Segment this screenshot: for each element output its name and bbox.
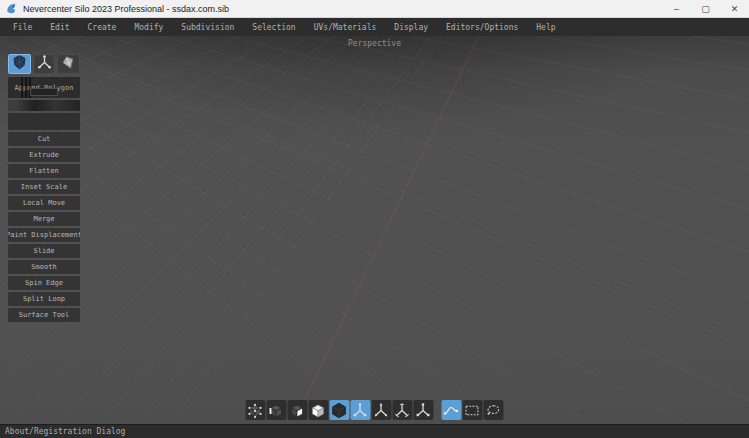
bottom-toolbar [245, 400, 504, 420]
tool-tab-row [8, 54, 80, 74]
silo-logo-icon [5, 2, 18, 15]
tool-sidebar: Append PolygonCutExtrudeFlattenInset Sca… [8, 54, 80, 324]
menu-display[interactable]: Display [385, 18, 437, 36]
tool-button-list: Append PolygonCutExtrudeFlattenInset Sca… [8, 77, 80, 322]
lasso-select-button[interactable] [483, 400, 503, 420]
menu-help[interactable]: Help [527, 18, 564, 36]
object-mode-button[interactable] [308, 400, 328, 420]
multi-mode-button[interactable] [329, 400, 349, 420]
scale-manipulator-button[interactable] [413, 400, 433, 420]
rotate-manipulator-button[interactable] [392, 400, 412, 420]
tool-button-smooth[interactable]: Smooth [8, 260, 80, 274]
status-bar: About/Registration Dialog [0, 424, 749, 438]
face-cube-icon [289, 402, 306, 419]
tool-button-cut[interactable]: Cut [8, 132, 80, 146]
shield-icon [11, 54, 28, 75]
lasso-select-icon [485, 402, 502, 419]
manipulator-tools-tab[interactable] [33, 54, 56, 74]
edge-cube-icon [268, 402, 285, 419]
axis-icon [36, 54, 53, 75]
vertex-cube-icon [247, 402, 264, 419]
tool-button-glitch-button[interactable] [8, 113, 80, 130]
tool-button-inset-scale[interactable]: Inset Scale [8, 180, 80, 194]
menu-create[interactable]: Create [79, 18, 126, 36]
tool-button-slide[interactable]: Slide [8, 244, 80, 258]
viewport-3d[interactable]: Perspective [0, 36, 749, 424]
title-bar: Nevercenter Silo 2023 Professional - ssd… [0, 0, 749, 18]
object-cube-icon [310, 402, 327, 419]
soft-selection-icon [443, 402, 460, 419]
viewport-label: Perspective [348, 39, 401, 48]
edge-mode-button[interactable] [266, 400, 286, 420]
universal-manipulator-icon [352, 402, 369, 419]
rotate-manipulator-icon [394, 402, 411, 419]
menu-modify[interactable]: Modify [125, 18, 172, 36]
tool-button-paint-displacement[interactable]: Paint Displacement [8, 228, 80, 242]
tool-button-split-loop[interactable]: Split Loop [8, 292, 80, 306]
modeling-tools-tab[interactable] [8, 54, 31, 74]
tool-button-spin-edge[interactable]: Spin Edge [8, 276, 80, 290]
window-controls: – ▢ ✕ [662, 0, 749, 17]
tool-button-extrude[interactable]: Extrude [8, 148, 80, 162]
tool-button-flatten[interactable]: Flatten [8, 164, 80, 178]
area-select-button[interactable] [462, 400, 482, 420]
close-button[interactable]: ✕ [720, 0, 749, 17]
tool-button-local-move[interactable]: Local Move [8, 196, 80, 210]
menu-editors-options[interactable]: Editors/Options [437, 18, 527, 36]
tool-button-merge[interactable]: Merge [8, 212, 80, 226]
minimize-button[interactable]: – [662, 0, 691, 17]
menu-edit[interactable]: Edit [41, 18, 78, 36]
maximize-button[interactable]: ▢ [691, 0, 720, 17]
menu-uvs-materials[interactable]: UVs/Materials [305, 18, 386, 36]
menu-bar: FileEditCreateModifySubdivisionSelection… [0, 18, 749, 36]
menu-selection[interactable]: Selection [243, 18, 304, 36]
gem-icon [60, 54, 77, 75]
move-manipulator-button[interactable] [371, 400, 391, 420]
menu-subdivision[interactable]: Subdivision [172, 18, 243, 36]
area-select-icon [464, 402, 481, 419]
scale-manipulator-icon [415, 402, 432, 419]
perspective-grid [0, 36, 749, 424]
status-text: About/Registration Dialog [5, 427, 125, 436]
universal-manipulator-button[interactable] [350, 400, 370, 420]
tool-button-surface-tool[interactable]: Surface Tool [8, 308, 80, 322]
face-mode-button[interactable] [287, 400, 307, 420]
tool-button-glitch-strip[interactable] [8, 100, 80, 111]
object-tools-tab[interactable] [57, 54, 80, 74]
vertex-mode-button[interactable] [245, 400, 265, 420]
tool-button-append-polygon[interactable]: Append Polygon [8, 77, 80, 98]
menu-file[interactable]: File [4, 18, 41, 36]
hexagon-cube-icon [331, 402, 348, 419]
move-manipulator-icon [373, 402, 390, 419]
soft-selection-button[interactable] [441, 400, 461, 420]
window-title: Nevercenter Silo 2023 Professional - ssd… [23, 4, 229, 14]
